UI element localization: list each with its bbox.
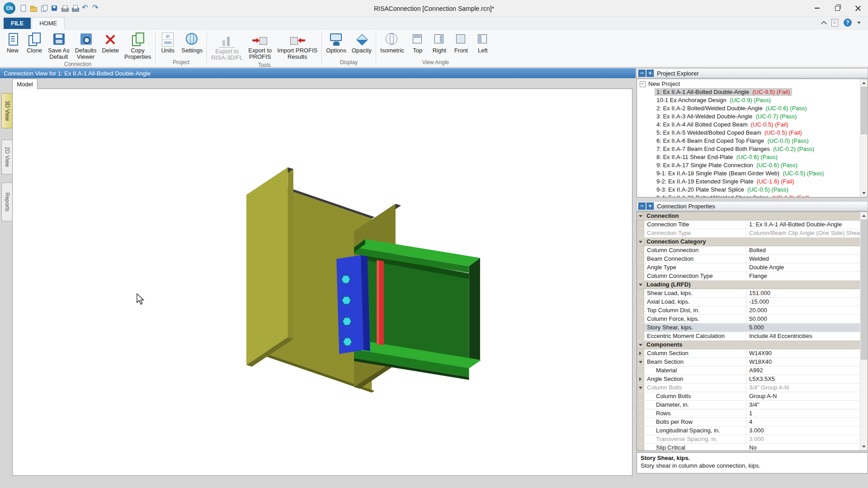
view-front-icon	[453, 32, 469, 47]
units-button[interactable]: inmmUnits	[157, 31, 179, 55]
property-row-column-section[interactable]: Column SectionW14X90	[637, 349, 860, 358]
tab-model[interactable]: Model	[12, 79, 38, 89]
feedback-icon[interactable]	[831, 19, 838, 27]
collapse-panel-button[interactable]: −	[638, 202, 646, 210]
right-button[interactable]: Right	[429, 31, 450, 55]
tree-item-9-4-ex-ii-a-21-bolted-welded-shear-splice[interactable]: 9-4: Ex II.A-21 Bolted/Welded Shear Spli…	[637, 194, 860, 197]
tree-item-6-ex-ii-a-6-beam-end-coped-top-flange[interactable]: 6: Ex II.A-6 Beam End Coped Top Flange (…	[637, 137, 860, 145]
chevron-down-icon[interactable]	[857, 19, 861, 26]
property-row-connection-title[interactable]: Connection Title1: Ex II.A-1 All-Bolted …	[637, 221, 860, 229]
description-title: Story Shear, kips.	[641, 455, 864, 461]
property-row-axial-load-kips[interactable]: Axial Load, kips.-15.000	[637, 298, 860, 306]
property-row-shear-load-kips[interactable]: Shear Load, kips.151.000	[637, 289, 860, 298]
property-row-diameter-in[interactable]: Diameter, in.3/4"	[637, 401, 860, 409]
tree-item-5-ex-ii-a-5-welded-bolted-coped-beam[interactable]: 5: Ex II.A-5 Welded/Bolted Coped Beam (U…	[637, 129, 860, 137]
settings-button[interactable]: Settings	[179, 31, 205, 55]
property-row-column-connection-type[interactable]: Column Connection TypeFlange	[637, 272, 860, 281]
property-row-transverse-spacing-in[interactable]: Transverse Spacing, in.3.000	[637, 435, 860, 444]
minimize-button[interactable]	[807, 0, 827, 16]
save-as-default-button[interactable]: Save As Default	[45, 31, 72, 61]
isometric-button[interactable]: Isometric	[377, 31, 407, 55]
tree-item-10-1-ex-anchorage-design[interactable]: 10-1 Ex Anchorage Design (UC-0.9) (Pass)	[637, 96, 860, 104]
tab-home[interactable]: HOME	[32, 17, 65, 29]
group-separator	[376, 31, 376, 65]
scroll-up-button[interactable]	[860, 79, 868, 86]
property-row-story-shear-kips[interactable]: Story Shear, kips.5.000	[637, 324, 860, 332]
clone-icon	[26, 32, 42, 47]
tree-item-4-ex-ii-a-4-all-bolted-coped-beam[interactable]: 4: Ex II.A-4 All Bolted Coped Beam (UC-0…	[637, 121, 860, 129]
scrollbar-track[interactable]	[860, 86, 868, 190]
clone-button[interactable]: Clone	[24, 31, 45, 55]
copy-icon[interactable]	[40, 4, 48, 12]
scroll-down-button[interactable]	[860, 443, 868, 450]
property-row-rows[interactable]: Rows1	[637, 409, 860, 418]
property-row-column-force-kips[interactable]: Column Force, kips.50.000	[637, 315, 860, 324]
tree-item-9-1-ex-ii-a-18-single-plate-beam-girder-web[interactable]: 9-1: Ex II.A-18 Single Plate (Beam Girde…	[637, 169, 860, 178]
tab-3d-view[interactable]: 3D View	[1, 93, 12, 128]
collapse-panel-button[interactable]: −	[638, 70, 646, 77]
app-logo[interactable]: CN	[4, 2, 15, 14]
export-to-risa-3d-fl-button[interactable]: Export to RISA-3D/FL	[208, 31, 245, 62]
print-preview-icon[interactable]	[71, 4, 79, 12]
scrollbar-thumb[interactable]	[861, 87, 867, 134]
expand-panel-button[interactable]: +	[646, 70, 654, 77]
save-icon[interactable]	[50, 4, 58, 12]
new-button[interactable]: New	[2, 31, 24, 55]
tree-item-7-ex-ii-a-7-beam-end-coped-both-flanges[interactable]: 7: Ex II.A-7 Beam End Coped Both Flanges…	[637, 145, 860, 153]
help-icon[interactable]: ?	[844, 19, 852, 27]
tree-item-3-ex-ii-a-3-all-welded-double-angle[interactable]: 3: Ex II.A-3 All-Welded Double-Angle (UC…	[637, 113, 860, 121]
tree-item-9-3-ex-ii-a-20-plate-shear-splice[interactable]: 9-3: Ex II.A-20 Plate Shear Splice (UC-0…	[637, 186, 860, 194]
tree-scrollbar[interactable]	[860, 79, 868, 197]
tree-item-9-ex-ii-a-17-single-plate-connection[interactable]: 9: Ex II.A-17 Single Plate Connection (U…	[637, 161, 860, 169]
redo-icon[interactable]	[92, 4, 100, 12]
expand-panel-button[interactable]: +	[646, 202, 654, 210]
tree-item-2-ex-ii-a-2-bolted-welded-double-angle[interactable]: 2: Ex II.A-2 Bolted/Welded Double-Angle …	[637, 104, 860, 113]
collapse-node-icon[interactable]	[640, 81, 646, 87]
property-row-bolts-per-row[interactable]: Bolts per Row4	[637, 418, 860, 427]
property-row-connection-type[interactable]: Connection TypeColumn/Beam Clip Angle (O…	[637, 229, 860, 238]
tree-item-9-2-ex-ii-a-19-extended-single-plate[interactable]: 9-2: Ex II.A-19 Extended Single Plate (U…	[637, 178, 860, 186]
print-icon[interactable]	[61, 4, 69, 12]
collapse-ribbon-icon[interactable]	[822, 20, 826, 26]
property-row-top-column-dist-in[interactable]: Top Column Dist, in.20.000	[637, 306, 860, 315]
tree-item-8-ex-ii-a-11-shear-end-plate[interactable]: 8: Ex II.A-11 Shear End-Plate (UC-0.6) (…	[637, 153, 860, 161]
front-button[interactable]: Front	[450, 31, 472, 55]
property-row-column-bolts[interactable]: Column BoltsGroup A-N	[637, 392, 860, 401]
property-row-angle-type[interactable]: Angle TypeDouble Angle	[637, 263, 860, 272]
scroll-down-button[interactable]	[860, 190, 868, 197]
import-profis-results-button[interactable]: Import PROFIS Results	[274, 31, 320, 61]
scrollbar-track[interactable]	[860, 219, 868, 443]
opacity-button[interactable]: Opacity	[349, 31, 374, 55]
property-row-beam-connection[interactable]: Beam ConnectionWelded	[637, 255, 860, 263]
copy-properties-button[interactable]: Copy Properties	[122, 31, 154, 61]
scrollbar-thumb[interactable]	[861, 220, 867, 360]
tree-root[interactable]: New Project	[637, 80, 860, 88]
property-row-material[interactable]: MaterialA992	[637, 366, 860, 375]
scroll-up-button[interactable]	[860, 212, 868, 219]
property-row-column-bolts[interactable]: Column Bolts3/4" Group A-N	[637, 384, 860, 392]
delete-button[interactable]: Delete	[99, 31, 122, 55]
close-button[interactable]	[848, 0, 868, 16]
property-row-angle-section[interactable]: Angle SectionL5X3.5X5	[637, 375, 860, 384]
open-file-icon[interactable]	[29, 4, 38, 12]
property-row-eccentric-moment-calculation[interactable]: Eccentric Moment CalculationInclude All …	[637, 332, 860, 341]
tab-2d-view[interactable]: 2D View	[1, 140, 12, 174]
property-row-column-connection[interactable]: Column ConnectionBolted	[637, 246, 860, 255]
model-3d-viewport[interactable]	[12, 89, 632, 476]
tree-item-1-ex-ii-a-1-all-bolted-double-angle[interactable]: 1: Ex II.A-1 All-Bolted Double-Angle (UC…	[637, 88, 860, 96]
left-button[interactable]: Left	[472, 31, 494, 55]
property-row-beam-section[interactable]: Beam SectionW18X40	[637, 358, 860, 366]
top-button[interactable]: Top	[407, 31, 429, 55]
restore-button[interactable]	[827, 0, 848, 16]
tab-reports[interactable]: Reports	[1, 183, 12, 221]
property-row-slip-critical[interactable]: Slip CriticalNo	[637, 444, 860, 450]
options-button[interactable]: Options	[323, 31, 349, 55]
undo-icon[interactable]	[81, 4, 90, 12]
export-to-profis-button[interactable]: Export to PROFIS	[245, 31, 274, 61]
property-row-longitudinal-spacing-in[interactable]: Longitudinal Spacing, in.3.000	[637, 427, 860, 435]
uc-status: (UC-1.6) (Fail)	[754, 178, 794, 185]
defaults-viewer-button[interactable]: Defaults Viewer	[72, 31, 99, 61]
tab-file[interactable]: FILE	[4, 18, 31, 29]
new-file-icon[interactable]	[19, 4, 27, 12]
grid-scrollbar[interactable]	[860, 212, 868, 450]
